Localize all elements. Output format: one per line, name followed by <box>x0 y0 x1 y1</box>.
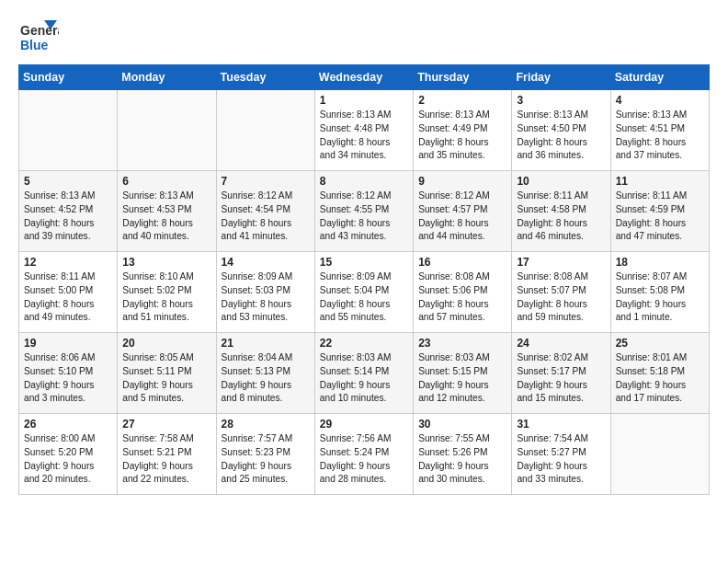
day-number: 18 <box>616 256 704 269</box>
day-info: Sunrise: 8:08 AM Sunset: 5:06 PM Dayligh… <box>418 270 506 325</box>
calendar-cell: 15Sunrise: 8:09 AM Sunset: 5:04 PM Dayli… <box>314 252 413 333</box>
day-number: 26 <box>24 418 112 431</box>
day-number: 14 <box>222 256 310 269</box>
day-number: 16 <box>418 256 506 269</box>
calendar-cell: 13Sunrise: 8:10 AM Sunset: 5:02 PM Dayli… <box>118 252 216 333</box>
calendar-cell: 23Sunrise: 8:03 AM Sunset: 5:15 PM Dayli… <box>414 333 512 414</box>
day-info: Sunrise: 8:01 AM Sunset: 5:18 PM Dayligh… <box>616 351 704 406</box>
weekday-header-saturday: Saturday <box>610 65 709 90</box>
day-number: 8 <box>320 175 408 188</box>
day-number: 24 <box>517 337 605 350</box>
calendar-cell: 14Sunrise: 8:09 AM Sunset: 5:03 PM Dayli… <box>216 252 314 333</box>
calendar-cell <box>610 414 709 495</box>
calendar-cell: 9Sunrise: 8:12 AM Sunset: 4:57 PM Daylig… <box>414 171 512 252</box>
calendar-cell: 28Sunrise: 7:57 AM Sunset: 5:23 PM Dayli… <box>216 414 314 495</box>
weekday-header-row: SundayMondayTuesdayWednesdayThursdayFrid… <box>19 65 710 90</box>
calendar-cell: 3Sunrise: 8:13 AM Sunset: 4:50 PM Daylig… <box>512 90 610 171</box>
day-number: 25 <box>616 337 704 350</box>
day-number: 19 <box>24 337 112 350</box>
day-number: 1 <box>320 94 408 107</box>
weekday-header-sunday: Sunday <box>19 65 118 90</box>
day-info: Sunrise: 8:09 AM Sunset: 5:04 PM Dayligh… <box>320 270 408 325</box>
day-info: Sunrise: 8:11 AM Sunset: 4:59 PM Dayligh… <box>616 190 704 244</box>
calendar-cell: 31Sunrise: 7:54 AM Sunset: 5:27 PM Dayli… <box>512 414 610 495</box>
calendar-cell <box>118 90 216 171</box>
day-number: 31 <box>517 418 605 431</box>
day-number: 21 <box>222 337 310 350</box>
day-number: 17 <box>517 256 605 269</box>
calendar-cell: 29Sunrise: 7:56 AM Sunset: 5:24 PM Dayli… <box>314 414 413 495</box>
weekday-header-tuesday: Tuesday <box>216 65 314 90</box>
weekday-header-thursday: Thursday <box>414 65 512 90</box>
calendar-cell: 30Sunrise: 7:55 AM Sunset: 5:26 PM Dayli… <box>414 414 512 495</box>
svg-text:General: General <box>20 23 59 38</box>
calendar-cell: 17Sunrise: 8:08 AM Sunset: 5:07 PM Dayli… <box>512 252 610 333</box>
day-info: Sunrise: 8:06 AM Sunset: 5:10 PM Dayligh… <box>24 351 112 406</box>
day-info: Sunrise: 8:12 AM Sunset: 4:55 PM Dayligh… <box>320 190 408 244</box>
calendar-cell: 22Sunrise: 8:03 AM Sunset: 5:14 PM Dayli… <box>314 333 413 414</box>
calendar-cell: 16Sunrise: 8:08 AM Sunset: 5:06 PM Dayli… <box>414 252 512 333</box>
calendar-cell: 5Sunrise: 8:13 AM Sunset: 4:52 PM Daylig… <box>19 171 118 252</box>
day-info: Sunrise: 8:12 AM Sunset: 4:57 PM Dayligh… <box>418 190 506 244</box>
day-info: Sunrise: 8:13 AM Sunset: 4:52 PM Dayligh… <box>24 190 112 244</box>
svg-text:Blue: Blue <box>20 38 49 52</box>
day-info: Sunrise: 8:13 AM Sunset: 4:51 PM Dayligh… <box>616 109 704 163</box>
page: GeneralBlue SundayMondayTuesdayWednesday… <box>0 0 728 510</box>
calendar-cell: 7Sunrise: 8:12 AM Sunset: 4:54 PM Daylig… <box>216 171 314 252</box>
day-number: 5 <box>24 175 112 188</box>
calendar-cell: 11Sunrise: 8:11 AM Sunset: 4:59 PM Dayli… <box>610 171 709 252</box>
day-number: 7 <box>222 175 310 188</box>
calendar-cell: 18Sunrise: 8:07 AM Sunset: 5:08 PM Dayli… <box>610 252 709 333</box>
day-number: 15 <box>320 256 408 269</box>
day-info: Sunrise: 8:08 AM Sunset: 5:07 PM Dayligh… <box>517 270 605 325</box>
weekday-header-wednesday: Wednesday <box>314 65 413 90</box>
logo: GeneralBlue <box>18 15 59 55</box>
calendar-week-row: 26Sunrise: 8:00 AM Sunset: 5:20 PM Dayli… <box>19 414 710 495</box>
day-number: 12 <box>24 256 112 269</box>
calendar-cell: 2Sunrise: 8:13 AM Sunset: 4:49 PM Daylig… <box>414 90 512 171</box>
calendar-cell: 21Sunrise: 8:04 AM Sunset: 5:13 PM Dayli… <box>216 333 314 414</box>
day-number: 20 <box>122 337 210 350</box>
weekday-header-friday: Friday <box>512 65 610 90</box>
calendar-week-row: 19Sunrise: 8:06 AM Sunset: 5:10 PM Dayli… <box>19 333 710 414</box>
day-info: Sunrise: 8:05 AM Sunset: 5:11 PM Dayligh… <box>122 351 210 406</box>
day-info: Sunrise: 8:11 AM Sunset: 5:00 PM Dayligh… <box>24 270 112 325</box>
day-info: Sunrise: 8:12 AM Sunset: 4:54 PM Dayligh… <box>222 190 310 244</box>
day-info: Sunrise: 7:56 AM Sunset: 5:24 PM Dayligh… <box>320 432 408 487</box>
day-info: Sunrise: 7:55 AM Sunset: 5:26 PM Dayligh… <box>418 432 506 487</box>
day-number: 28 <box>222 418 310 431</box>
day-number: 13 <box>122 256 210 269</box>
day-info: Sunrise: 8:03 AM Sunset: 5:15 PM Dayligh… <box>418 351 506 406</box>
day-info: Sunrise: 8:03 AM Sunset: 5:14 PM Dayligh… <box>320 351 408 406</box>
day-number: 22 <box>320 337 408 350</box>
day-info: Sunrise: 8:07 AM Sunset: 5:08 PM Dayligh… <box>616 270 704 325</box>
day-number: 4 <box>616 94 704 107</box>
day-info: Sunrise: 7:58 AM Sunset: 5:21 PM Dayligh… <box>122 432 210 487</box>
calendar-cell: 20Sunrise: 8:05 AM Sunset: 5:11 PM Dayli… <box>118 333 216 414</box>
day-info: Sunrise: 8:09 AM Sunset: 5:03 PM Dayligh… <box>222 270 310 325</box>
calendar-cell <box>19 90 118 171</box>
calendar-cell: 25Sunrise: 8:01 AM Sunset: 5:18 PM Dayli… <box>610 333 709 414</box>
day-info: Sunrise: 8:13 AM Sunset: 4:49 PM Dayligh… <box>418 109 506 163</box>
calendar-table: SundayMondayTuesdayWednesdayThursdayFrid… <box>18 64 710 495</box>
calendar-cell: 10Sunrise: 8:11 AM Sunset: 4:58 PM Dayli… <box>512 171 610 252</box>
day-number: 3 <box>517 94 605 107</box>
day-number: 23 <box>418 337 506 350</box>
day-info: Sunrise: 7:57 AM Sunset: 5:23 PM Dayligh… <box>222 432 310 487</box>
calendar-cell: 8Sunrise: 8:12 AM Sunset: 4:55 PM Daylig… <box>314 171 413 252</box>
calendar-cell: 4Sunrise: 8:13 AM Sunset: 4:51 PM Daylig… <box>610 90 709 171</box>
calendar-cell: 26Sunrise: 8:00 AM Sunset: 5:20 PM Dayli… <box>19 414 118 495</box>
day-info: Sunrise: 8:13 AM Sunset: 4:48 PM Dayligh… <box>320 109 408 163</box>
calendar-cell: 12Sunrise: 8:11 AM Sunset: 5:00 PM Dayli… <box>19 252 118 333</box>
calendar-week-row: 5Sunrise: 8:13 AM Sunset: 4:52 PM Daylig… <box>19 171 710 252</box>
day-number: 6 <box>122 175 210 188</box>
calendar-cell: 24Sunrise: 8:02 AM Sunset: 5:17 PM Dayli… <box>512 333 610 414</box>
day-info: Sunrise: 8:11 AM Sunset: 4:58 PM Dayligh… <box>517 190 605 244</box>
calendar-cell: 1Sunrise: 8:13 AM Sunset: 4:48 PM Daylig… <box>314 90 413 171</box>
calendar-week-row: 1Sunrise: 8:13 AM Sunset: 4:48 PM Daylig… <box>19 90 710 171</box>
day-info: Sunrise: 8:10 AM Sunset: 5:02 PM Dayligh… <box>122 270 210 325</box>
day-number: 30 <box>418 418 506 431</box>
day-number: 9 <box>418 175 506 188</box>
day-number: 27 <box>122 418 210 431</box>
calendar-cell: 19Sunrise: 8:06 AM Sunset: 5:10 PM Dayli… <box>19 333 118 414</box>
